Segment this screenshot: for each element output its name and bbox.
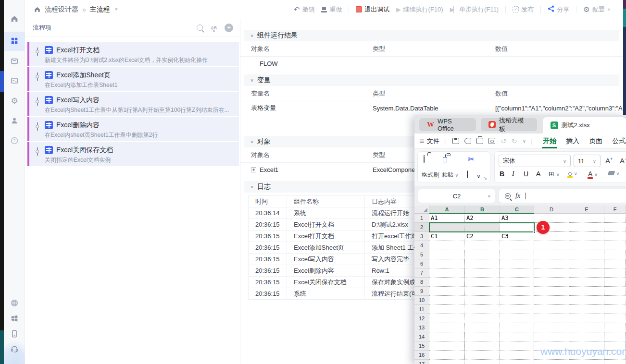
cell-F5[interactable] xyxy=(604,250,626,259)
selection-fill-handle[interactable] xyxy=(533,231,536,233)
flow-item[interactable]: Excel添加Sheet页在Excel内添加工作表Sheet1 xyxy=(27,67,239,91)
sidebar-item-windows[interactable] xyxy=(4,310,25,328)
cell-E7[interactable] xyxy=(569,268,604,278)
cell-B15[interactable] xyxy=(465,341,500,351)
row-header-15[interactable]: 15 xyxy=(414,341,429,351)
cell-D7[interactable] xyxy=(534,268,569,278)
eraser-button[interactable]: ∨ xyxy=(608,170,620,177)
cell-A9[interactable] xyxy=(429,287,465,296)
config-button[interactable]: ⚙ 配置 ∨ xyxy=(583,5,611,14)
cell-D11[interactable] xyxy=(534,305,569,314)
cell-D5[interactable] xyxy=(534,250,569,259)
variables-table-row[interactable]: 表格变量 System.Data.DataTable [{"column1":"… xyxy=(240,101,623,115)
cell-A8[interactable] xyxy=(429,278,465,287)
cell-C1[interactable]: A3 xyxy=(500,214,534,223)
sidebar-item-home[interactable] xyxy=(4,11,25,28)
cell-B16[interactable] xyxy=(465,351,500,360)
cell-D17[interactable] xyxy=(534,360,569,364)
wps-tab-home[interactable]: W WPS Office xyxy=(419,118,476,131)
row-header-3[interactable]: 3 xyxy=(414,232,429,241)
result-table-row[interactable]: FLOW xyxy=(240,57,623,70)
row-header-5[interactable]: 5 xyxy=(414,250,429,259)
ribbon-tab-公式[interactable]: 公式 xyxy=(612,133,626,149)
cell-F17[interactable] xyxy=(604,360,626,364)
section-variables[interactable]: ∨ 变量 xyxy=(244,74,619,86)
cell-A11[interactable] xyxy=(429,305,465,314)
section-component-result[interactable]: ∨ 组件运行结果 xyxy=(244,30,619,41)
row-header-14[interactable]: 14 xyxy=(414,332,429,341)
cell-C6[interactable] xyxy=(500,259,534,268)
format-painter-button[interactable] xyxy=(424,156,425,162)
cell-E13[interactable] xyxy=(569,323,604,332)
copy-button[interactable] xyxy=(467,171,468,178)
cell-C15[interactable] xyxy=(500,341,534,351)
zoom-out-icon[interactable] xyxy=(505,193,511,199)
format-painter-label[interactable]: 格式刷 xyxy=(422,171,439,179)
font-color-button[interactable]: A ∨ xyxy=(588,170,598,178)
cell-C14[interactable] xyxy=(500,332,534,341)
paste-label[interactable]: 粘贴 ∨ xyxy=(442,171,459,179)
cell-F2[interactable] xyxy=(604,223,626,232)
italic-button[interactable]: I xyxy=(512,170,514,178)
paste-button[interactable] xyxy=(445,155,446,161)
cell-A1[interactable]: A1 xyxy=(429,214,465,223)
cell-C5[interactable] xyxy=(500,250,534,259)
cell-F7[interactable] xyxy=(604,268,626,278)
column-header-D[interactable]: D xyxy=(534,206,569,214)
add-flow-item-button[interactable]: + xyxy=(225,24,233,32)
ribbon-tab-开始[interactable]: 开始 xyxy=(543,133,556,149)
cell-B6[interactable] xyxy=(465,259,500,268)
fill-color-button[interactable]: ◇ ∨ xyxy=(568,170,577,177)
cell-B12[interactable] xyxy=(465,314,500,323)
cell-D8[interactable] xyxy=(534,278,569,287)
font-name-select[interactable]: 宋体∨ xyxy=(499,155,571,167)
cell-E14[interactable] xyxy=(569,332,604,341)
borders-icon[interactable]: ⊞ ∨ xyxy=(549,170,560,178)
bold-button[interactable]: B xyxy=(500,170,504,178)
cell-C13[interactable] xyxy=(500,323,534,332)
cell-B17[interactable] xyxy=(465,360,500,364)
cell-C7[interactable] xyxy=(500,268,534,278)
cell-A15[interactable] xyxy=(429,341,465,351)
cell-D14[interactable] xyxy=(534,332,569,341)
sidebar-item-apps[interactable] xyxy=(4,32,25,51)
cell-B1[interactable]: A2 xyxy=(465,214,500,223)
cell-B11[interactable] xyxy=(465,305,500,314)
cell-F1[interactable] xyxy=(604,214,626,223)
cut-icon[interactable]: ✂ xyxy=(468,156,474,163)
redo-icon[interactable]: ↻ xyxy=(512,137,517,145)
cell-B9[interactable] xyxy=(465,287,500,296)
redo-button[interactable]: 重做 xyxy=(321,5,342,14)
ribbon-tab-插入[interactable]: 插入 xyxy=(566,133,579,149)
batch-edit-icon[interactable]: AB xyxy=(211,25,217,30)
cell-F12[interactable] xyxy=(604,314,626,323)
ribbon-tab-页面[interactable]: 页面 xyxy=(589,133,602,149)
sidebar-item-language[interactable] xyxy=(4,295,25,312)
cell-E5[interactable] xyxy=(569,250,604,259)
row-header-17[interactable]: 17 xyxy=(414,360,429,364)
cell-B14[interactable] xyxy=(465,332,500,341)
cell-name-box[interactable]: C2 ∨ xyxy=(418,189,495,203)
cell-A14[interactable] xyxy=(429,332,465,341)
cell-C3[interactable]: C3 xyxy=(500,232,534,241)
spreadsheet-grid[interactable]: ABCDEF1A1A2A323C1C2C34567891011121314151… xyxy=(414,206,626,364)
sidebar-item-messages[interactable] xyxy=(4,53,25,70)
sidebar-item-help[interactable]: ? xyxy=(4,133,25,150)
sidebar-item-records[interactable] xyxy=(4,73,25,90)
cell-C10[interactable] xyxy=(500,296,534,305)
cell-C17[interactable] xyxy=(500,360,534,364)
flow-item[interactable]: Excel删除内容在Excel内sheet页Sheet1工作表中删除第2行 xyxy=(27,117,239,141)
cell-B10[interactable] xyxy=(465,296,500,305)
cell-B4[interactable] xyxy=(465,241,500,250)
wps-tab-templates[interactable]: 找稻壳模板 xyxy=(481,118,537,131)
cell-C9[interactable] xyxy=(500,287,534,296)
breadcrumb-app[interactable]: 流程设计器 xyxy=(45,5,78,14)
cell-E12[interactable] xyxy=(569,314,604,323)
formula-input[interactable]: fx xyxy=(499,189,626,203)
cell-D12[interactable] xyxy=(534,314,569,323)
share-button[interactable]: 分享 xyxy=(548,5,569,14)
sidebar-item-mobile[interactable] xyxy=(4,326,25,343)
cell-F3[interactable] xyxy=(604,232,626,241)
cell-A13[interactable] xyxy=(429,323,465,332)
print-icon[interactable] xyxy=(476,138,483,144)
